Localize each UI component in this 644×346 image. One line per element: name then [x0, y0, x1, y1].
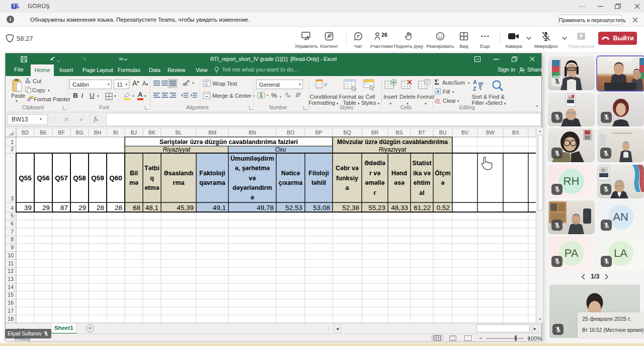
svg-text:$: $	[260, 93, 263, 98]
svg-text:Əsaslandı: Əsaslandı	[164, 170, 193, 177]
svg-text:funksiy: funksiy	[336, 175, 358, 182]
svg-text:29: 29	[42, 204, 50, 212]
svg-text:BQ: BQ	[343, 129, 351, 135]
svg-text:Ədədlə: Ədədlə	[364, 160, 385, 167]
svg-text:15: 15	[8, 292, 14, 298]
svg-text:≠: ≠	[324, 81, 328, 88]
svg-text:BK: BK	[148, 129, 155, 135]
svg-text:Oxu: Oxu	[275, 146, 286, 153]
svg-text:Q59: Q59	[91, 174, 104, 182]
svg-text:Bil: Bil	[130, 170, 138, 177]
svg-text:mə: mə	[129, 179, 138, 186]
svg-text:61,22: 61,22	[414, 204, 431, 212]
svg-text:26: 26	[381, 32, 387, 38]
svg-text:11: 11	[8, 260, 14, 266]
svg-text:9: 9	[11, 244, 14, 250]
svg-text:17: 17	[8, 308, 14, 314]
svg-text:3: 3	[11, 195, 14, 201]
svg-text:Q60: Q60	[109, 174, 122, 182]
svg-text:14: 14	[8, 284, 14, 290]
svg-text:BO: BO	[287, 129, 294, 135]
svg-text:a: a	[346, 184, 350, 191]
svg-text:təhlil: təhlil	[311, 179, 326, 186]
svg-text:al: al	[419, 189, 424, 196]
svg-text:əməllə: əməllə	[365, 179, 385, 186]
svg-text:T: T	[13, 4, 16, 9]
svg-text:Faktoloji: Faktoloji	[199, 170, 225, 177]
svg-text:q: q	[150, 175, 154, 182]
svg-text:Riyaziyyat: Riyaziyyat	[163, 146, 191, 153]
svg-text:BM: BM	[208, 129, 216, 135]
svg-text:0,52: 0,52	[437, 204, 450, 212]
svg-text:28: 28	[115, 204, 122, 212]
svg-text:49,1: 49,1	[213, 204, 226, 212]
svg-text:Ölçm: Ölçm	[435, 169, 450, 177]
svg-text:55,23: 55,23	[368, 204, 385, 212]
svg-text:ehtim: ehtim	[414, 179, 430, 186]
svg-text:ə, şərhetmə: ə, şərhetmə	[235, 165, 270, 172]
svg-text:Riyaziyyat: Riyaziyyat	[379, 146, 407, 153]
svg-text:BT: BT	[419, 129, 426, 135]
svg-text:Hənd: Hənd	[391, 170, 407, 177]
svg-text:10: 10	[8, 252, 14, 258]
svg-text:ə: ə	[441, 179, 445, 186]
svg-text:6: 6	[11, 221, 14, 227]
svg-text:ə: ə	[251, 194, 254, 201]
svg-text:BX: BX	[512, 129, 519, 135]
svg-text:əsə: əsə	[394, 179, 405, 186]
svg-text:18: 18	[8, 316, 14, 322]
svg-text:Q55: Q55	[19, 174, 32, 182]
svg-text:Filoloji: Filoloji	[308, 170, 329, 177]
svg-text:BG: BG	[75, 129, 83, 135]
svg-text:28: 28	[97, 204, 104, 212]
svg-text:Statist: Statist	[412, 160, 432, 167]
svg-text:Q57: Q57	[55, 174, 68, 182]
svg-text:etmə: etmə	[144, 184, 159, 191]
svg-text:53,08: 53,08	[313, 204, 330, 212]
svg-text:BE: BE	[40, 129, 47, 135]
svg-text:BF: BF	[58, 129, 64, 135]
svg-text:Tətbi: Tətbi	[144, 165, 159, 172]
svg-text:ika və: ika və	[413, 170, 431, 177]
svg-text:Səriştələr üzrə düzgün cavabla: Səriştələr üzrə düzgün cavablandırılma f…	[159, 139, 298, 146]
svg-text:29: 29	[78, 204, 86, 212]
svg-text:48,33: 48,33	[391, 204, 408, 212]
svg-text:r: r	[374, 189, 376, 196]
svg-text:49,78: 49,78	[257, 204, 274, 212]
svg-text:Ümumiləşdirm: Ümumiləşdirm	[230, 155, 274, 162]
svg-text:qavrama: qavrama	[199, 179, 225, 186]
svg-text:Z: Z	[473, 86, 476, 92]
svg-text:Q58: Q58	[73, 174, 86, 182]
svg-text:A: A	[473, 79, 477, 85]
svg-text:7: 7	[11, 229, 14, 235]
svg-text:çıxarma: çıxarma	[279, 179, 303, 186]
svg-text:BW: BW	[486, 129, 495, 135]
svg-text:Mövzular üzrə düzgün cavabland: Mövzular üzrə düzgün cavablandırılma	[337, 139, 448, 146]
svg-text:12: 12	[8, 268, 14, 274]
svg-text:BH: BH	[94, 129, 102, 135]
svg-text:16: 16	[8, 300, 14, 306]
svg-text:BN: BN	[249, 129, 256, 135]
svg-text:BJ: BJ	[131, 129, 137, 135]
svg-text:52,38: 52,38	[342, 204, 359, 212]
svg-text:2: 2	[11, 146, 14, 152]
svg-text:8: 8	[11, 236, 14, 242]
svg-text:45,39: 45,39	[177, 204, 194, 212]
svg-text:BS: BS	[395, 129, 403, 135]
svg-text:1: 1	[11, 139, 14, 145]
svg-text:və: və	[249, 175, 256, 182]
svg-text:BR: BR	[371, 129, 379, 135]
svg-text:4: 4	[11, 205, 14, 211]
svg-text:5: 5	[11, 213, 14, 219]
svg-text:39: 39	[24, 204, 32, 212]
svg-text:BD: BD	[22, 129, 29, 135]
svg-text:13: 13	[8, 276, 14, 282]
svg-text:87: 87	[60, 204, 68, 212]
svg-text:dəyərləndirm: dəyərləndirm	[232, 184, 272, 191]
svg-text:Cəbr və: Cəbr və	[336, 165, 359, 172]
svg-text:BV: BV	[461, 129, 468, 135]
svg-text:r və: r və	[369, 170, 380, 177]
svg-text:68: 68	[133, 204, 140, 212]
svg-text:52,53: 52,53	[285, 204, 302, 212]
svg-text:rma: rma	[173, 179, 185, 186]
